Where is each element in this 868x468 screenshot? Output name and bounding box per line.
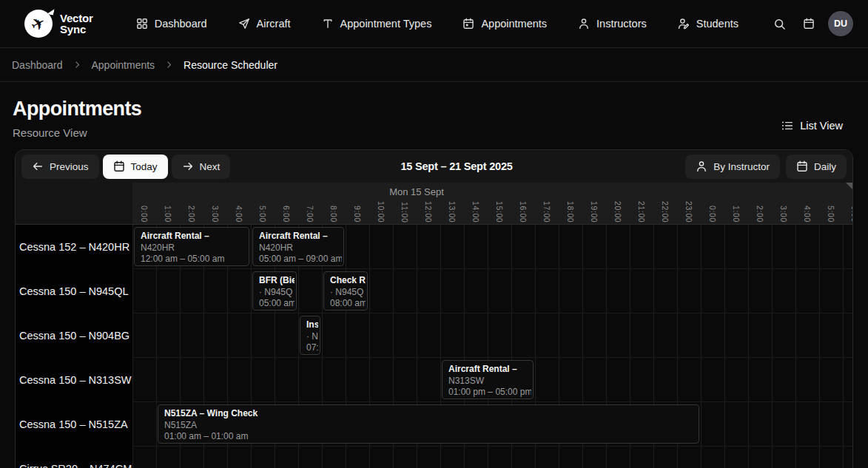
brand-name: Vector Sync [60, 13, 93, 35]
breadcrumb-item[interactable]: Appointments [92, 59, 155, 71]
resource-row: Cessna 150 – N904BGInst· N07:0 [16, 313, 852, 358]
nav-item-label: Dashboard [155, 18, 207, 30]
calendar-event-icon [462, 18, 474, 30]
top-nav: Vector Sync DashboardAircraftAppointment… [0, 0, 868, 48]
resource-row: Cirrus SR20 – N474CM [16, 447, 852, 468]
calendar-icon [803, 18, 815, 30]
breadcrumb: DashboardAppointmentsResource Scheduler [0, 48, 868, 82]
time-label: 11:00 [393, 202, 417, 223]
time-label: 0:00 [132, 206, 156, 223]
appointment-time: 01:00 am – 01:00 am [164, 431, 697, 443]
by-instructor-button[interactable]: By Instructor [685, 155, 780, 179]
resource-row: Cessna 150 – N313SWAircraft Rental –N313… [16, 358, 852, 402]
appointment-block[interactable]: Aircraft Rental –N420HR12:00 am – 05:00 … [134, 227, 249, 266]
nav-item-label: Aircraft [257, 18, 291, 30]
appointment-subtitle: N420HR [141, 243, 247, 254]
calendar-button[interactable] [799, 14, 818, 33]
previous-label: Previous [50, 161, 89, 172]
arrow-right-icon [182, 160, 194, 172]
date-range-label: 15 Sept – 21 Sept 2025 [400, 160, 512, 172]
appointment-block[interactable]: Aircraft Rental –N313SW01:00 pm – 05:00 … [442, 360, 534, 399]
appointment-time: 05:00 am – 09:00 am [259, 254, 342, 265]
scheduler-body: Cessna 152 – N420HRAircraft Rental –N420… [16, 225, 852, 468]
chevron-right-icon [73, 60, 82, 69]
day-header-label: Mon 15 Sept [132, 186, 701, 197]
calendar-icon [796, 160, 808, 172]
appointment-title: Aircraft Rental – [448, 364, 531, 376]
type-icon [322, 18, 334, 30]
page-titles: Appointments Resource View [13, 94, 141, 139]
next-button[interactable]: Next [172, 155, 231, 179]
resource-label: Cessna 152 – N420HR [16, 225, 132, 269]
student-icon [678, 18, 690, 30]
nav-item-students[interactable]: Students [678, 18, 739, 30]
resource-track[interactable]: N515ZA – Wing CheckN515ZA01:00 am – 01:0… [132, 402, 852, 447]
time-label: 5:00 [819, 206, 843, 223]
today-label: Today [131, 161, 158, 172]
avatar[interactable]: DU [828, 11, 853, 36]
chevron-right-icon [164, 60, 174, 69]
nav-item-appointments[interactable]: Appointments [462, 18, 547, 30]
nav-item-instructors[interactable]: Instructors [578, 18, 647, 30]
today-button[interactable]: Today [103, 155, 168, 179]
time-label: 13:00 [440, 201, 464, 223]
daily-label: Daily [814, 161, 836, 172]
appointment-block[interactable]: Aircraft Rental –N420HR05:00 am – 09:00 … [252, 227, 344, 266]
nav-item-label: Appointments [481, 18, 547, 30]
scheduler-panel: Previous Today Next 15 Sept – 21 Sept 20… [15, 149, 853, 468]
resource-track[interactable]: Inst· N07:0 [132, 313, 852, 358]
page-head: Appointments Resource View List View [0, 82, 868, 149]
time-label: 17:00 [535, 201, 559, 223]
time-label: 1:00 [724, 206, 748, 223]
time-axis: 0:001:002:003:004:005:006:007:008:009:00… [132, 201, 852, 223]
appointment-title: Aircraft Rental – [141, 231, 247, 243]
time-label: 6:00 [275, 206, 298, 223]
appointment-time: 12:00 am – 05:00 am [141, 254, 247, 265]
time-label: 19:00 [582, 201, 606, 223]
toolbar-view-group: By Instructor Daily [685, 155, 847, 179]
resource-track[interactable]: Aircraft Rental –N313SW01:00 pm – 05:00 … [132, 358, 852, 402]
nav-item-dashboard[interactable]: Dashboard [136, 18, 207, 30]
appointment-block[interactable]: N515ZA – Wing CheckN515ZA01:00 am – 01:0… [158, 404, 699, 444]
nav-item-aircraft[interactable]: Aircraft [238, 18, 291, 30]
resource-track[interactable]: BFR (Bien· N945Q05:00 amCheck Rid· N945Q… [132, 269, 852, 313]
appointment-block[interactable]: Inst· N07:0 [300, 316, 320, 355]
appointment-title: N515ZA – Wing Check [164, 408, 697, 420]
appointment-time: 07:0 [306, 342, 318, 354]
nav-item-appointment-types[interactable]: Appointment Types [322, 18, 432, 30]
appointment-subtitle: · N945Q [330, 287, 366, 299]
time-label: 16:00 [511, 201, 535, 223]
time-label: 4:00 [227, 206, 251, 223]
time-label: 2:00 [180, 206, 203, 223]
time-label: 22:00 [653, 201, 677, 223]
time-label: 14:00 [464, 201, 488, 223]
list-icon [781, 120, 793, 132]
appointment-subtitle: N420HR [259, 243, 342, 254]
list-view-button[interactable]: List View [781, 112, 843, 139]
resource-label: Cessna 150 – N313SW [16, 358, 132, 402]
previous-button[interactable]: Previous [21, 155, 99, 179]
time-label: 6:00 [843, 206, 852, 223]
breadcrumb-item[interactable]: Dashboard [12, 59, 63, 71]
resource-row: Cessna 152 – N420HRAircraft Rental –N420… [16, 225, 852, 269]
appointment-block[interactable]: BFR (Bien· N945Q05:00 am [252, 271, 297, 311]
appointment-title: BFR (Bien [259, 275, 295, 287]
appointment-time: 08:00 am [330, 298, 366, 310]
appointment-block[interactable]: Check Rid· N945Q08:00 am [323, 271, 368, 311]
daily-button[interactable]: Daily [786, 155, 847, 179]
resource-track[interactable] [132, 447, 852, 468]
resource-label: Cessna 150 – N904BG [16, 313, 132, 358]
resource-track[interactable]: Aircraft Rental –N420HR12:00 am – 05:00 … [132, 225, 852, 269]
search-button[interactable] [770, 14, 790, 34]
time-label: 3:00 [203, 206, 227, 223]
time-label: 23:00 [677, 201, 701, 223]
appointment-subtitle: N313SW [448, 376, 531, 387]
brand-logo[interactable]: Vector Sync [24, 10, 93, 38]
toolbar-nav-group: Previous Today Next [21, 155, 230, 179]
appointment-time: 01:00 pm – 05:00 pm [448, 387, 531, 399]
time-label: 21:00 [630, 201, 653, 223]
time-label: 0:00 [701, 206, 724, 223]
scheduler-header: Mon 15 Sept 0:001:002:003:004:005:006:00… [16, 183, 852, 225]
page-title: Appointments [13, 97, 141, 121]
search-icon [773, 18, 786, 30]
